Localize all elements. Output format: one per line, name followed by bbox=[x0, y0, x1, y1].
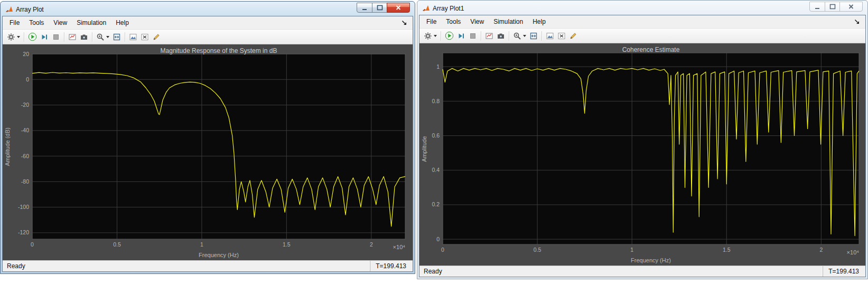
svg-text:0: 0 bbox=[436, 236, 440, 242]
svg-text:-80: -80 bbox=[21, 178, 29, 185]
menu-view[interactable]: View bbox=[49, 16, 72, 29]
step-forward-button[interactable] bbox=[39, 31, 50, 43]
minimize-button[interactable] bbox=[809, 2, 825, 12]
x-axis-limits-button[interactable] bbox=[556, 30, 567, 42]
close-button[interactable] bbox=[387, 3, 410, 13]
run-button[interactable] bbox=[443, 30, 455, 42]
status-text: Ready bbox=[419, 268, 823, 275]
plot-title: Magnitude Response of the System in dB bbox=[32, 47, 405, 54]
status-text: Ready bbox=[3, 262, 370, 270]
menu-file[interactable]: File bbox=[5, 16, 24, 29]
menu-help[interactable]: Help bbox=[111, 16, 134, 29]
window-controls bbox=[357, 3, 410, 13]
measurements-button[interactable] bbox=[567, 30, 579, 42]
svg-text:0: 0 bbox=[441, 247, 444, 253]
camera-snapshot-button[interactable] bbox=[495, 30, 507, 42]
toolbar-separator bbox=[542, 31, 542, 41]
stop-button[interactable] bbox=[467, 30, 479, 42]
svg-text:-100: -100 bbox=[18, 204, 29, 210]
svg-text:0.5: 0.5 bbox=[534, 247, 542, 253]
toolbar bbox=[3, 30, 413, 44]
svg-text:2: 2 bbox=[370, 241, 373, 248]
titlebar[interactable]: Array Plot bbox=[2, 3, 413, 16]
titlebar[interactable]: Array Plot1 bbox=[419, 2, 866, 15]
svg-text:1.5: 1.5 bbox=[723, 247, 731, 253]
dropdown-arrow-icon bbox=[434, 35, 437, 37]
desktop: Array Plot File Tools View Simulation He… bbox=[0, 0, 868, 292]
statusbar: Ready T=199.413 bbox=[419, 266, 865, 277]
window-controls bbox=[810, 2, 863, 12]
svg-text:0: 0 bbox=[26, 76, 29, 83]
plot-panel: 00.511.52200-20-40-60-80-100-120 Magnitu… bbox=[3, 44, 413, 260]
scale-y-axis-button[interactable] bbox=[544, 30, 556, 42]
window-title: Array Plot bbox=[16, 6, 44, 13]
simulation-time: T=199.413 bbox=[370, 261, 413, 271]
window-title: Array Plot1 bbox=[433, 5, 464, 12]
plot-panel: 00.511.5200.20.40.60.81 Coherence Estima… bbox=[419, 43, 865, 266]
dropdown-arrow-icon bbox=[106, 36, 109, 38]
fit-to-view-button[interactable] bbox=[528, 30, 539, 42]
simulink-snapshot-button[interactable] bbox=[483, 30, 495, 42]
svg-text:0.5: 0.5 bbox=[113, 241, 121, 248]
menubar: File Tools View Simulation Help bbox=[3, 16, 413, 30]
svg-text:0.2: 0.2 bbox=[432, 201, 440, 207]
svg-text:1: 1 bbox=[436, 63, 440, 70]
dropdown-arrow-icon bbox=[523, 35, 526, 37]
svg-text:1: 1 bbox=[200, 241, 203, 248]
statusbar: Ready T=199.413 bbox=[3, 260, 413, 271]
step-forward-button[interactable] bbox=[455, 30, 467, 42]
x-axis-exponent: ×10⁴ bbox=[393, 244, 405, 250]
zoom-in-button[interactable] bbox=[95, 31, 111, 43]
minimize-button[interactable] bbox=[357, 3, 372, 13]
maximize-button[interactable] bbox=[825, 2, 840, 12]
simulation-time: T=199.413 bbox=[823, 266, 865, 277]
svg-text:-60: -60 bbox=[21, 153, 29, 159]
y-axis-label: Amplitude (dB) bbox=[4, 127, 11, 166]
x-axis-limits-button[interactable] bbox=[139, 31, 151, 43]
toolbar-separator bbox=[64, 32, 64, 42]
toolbar bbox=[419, 29, 865, 43]
svg-text:-40: -40 bbox=[21, 127, 29, 133]
zoom-in-button[interactable] bbox=[511, 30, 528, 42]
stop-button[interactable] bbox=[50, 31, 62, 43]
svg-text:20: 20 bbox=[23, 51, 29, 57]
magnitude-response-plot[interactable]: 00.511.52200-20-40-60-80-100-120 bbox=[3, 44, 413, 260]
measurements-button[interactable] bbox=[151, 31, 162, 43]
x-axis-label: Frequency (Hz) bbox=[443, 257, 859, 263]
plot-title: Coherence Estimate bbox=[443, 46, 859, 53]
menu-simulation[interactable]: Simulation bbox=[489, 15, 528, 28]
dropdown-arrow-icon bbox=[17, 36, 20, 38]
close-button[interactable] bbox=[839, 2, 863, 12]
simulink-snapshot-button[interactable] bbox=[67, 31, 78, 43]
menubar: File Tools View Simulation Help bbox=[419, 15, 865, 29]
y-axis-label-wrap: Amplitude (dB) bbox=[4, 54, 11, 239]
svg-text:-120: -120 bbox=[18, 229, 29, 235]
menu-file[interactable]: File bbox=[422, 15, 441, 28]
svg-text:-20: -20 bbox=[21, 102, 29, 108]
matlab-scope-icon bbox=[5, 6, 13, 13]
camera-snapshot-button[interactable] bbox=[78, 31, 90, 43]
fit-to-view-button[interactable] bbox=[111, 31, 123, 43]
menu-simulation[interactable]: Simulation bbox=[72, 16, 111, 29]
maximize-button[interactable] bbox=[372, 3, 387, 13]
client-area: File Tools View Simulation Help bbox=[419, 15, 866, 277]
svg-text:0.4: 0.4 bbox=[432, 167, 440, 173]
scale-y-axis-button[interactable] bbox=[127, 31, 139, 43]
x-axis-label: Frequency (Hz) bbox=[32, 252, 405, 258]
menu-tools[interactable]: Tools bbox=[24, 16, 49, 29]
x-axis-exponent: ×10⁴ bbox=[847, 249, 859, 256]
y-axis-label-wrap: Amplitude bbox=[421, 53, 427, 244]
toolbar-separator bbox=[24, 32, 24, 42]
settings-button[interactable] bbox=[422, 30, 438, 42]
menu-help[interactable]: Help bbox=[528, 15, 550, 28]
menubar-overflow-arrow-icon[interactable] bbox=[854, 19, 860, 25]
menubar-overflow-arrow-icon[interactable] bbox=[401, 20, 407, 26]
settings-button[interactable] bbox=[5, 31, 22, 43]
svg-text:1.5: 1.5 bbox=[283, 241, 291, 248]
toolbar-separator bbox=[481, 31, 481, 41]
menu-tools[interactable]: Tools bbox=[441, 15, 465, 28]
run-button[interactable] bbox=[26, 31, 39, 43]
svg-text:0.6: 0.6 bbox=[432, 132, 440, 139]
menu-view[interactable]: View bbox=[465, 15, 489, 28]
coherence-estimate-plot[interactable]: 00.511.5200.20.40.60.81 bbox=[419, 43, 865, 266]
